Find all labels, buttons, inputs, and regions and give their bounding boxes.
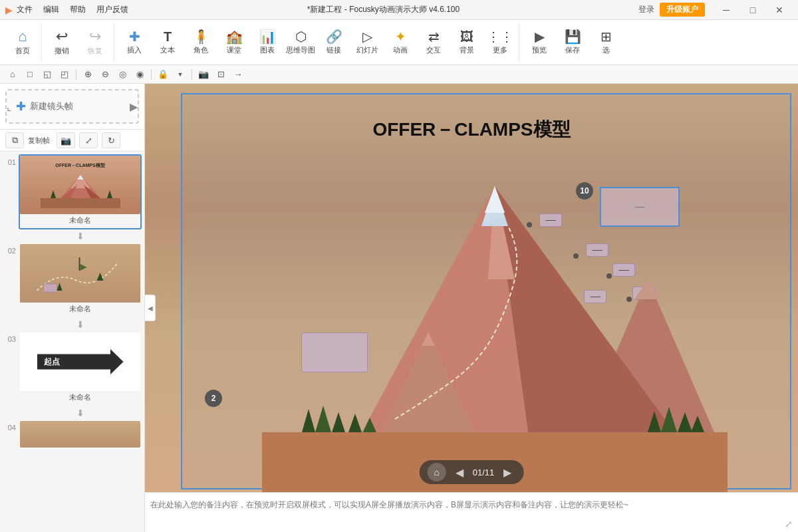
toolbar-background[interactable]: 🖼 背景 xyxy=(451,23,483,62)
upgrade-button[interactable]: 升级账户 xyxy=(660,3,705,17)
collapse-icon: ◀ xyxy=(148,305,153,312)
divider-icon-2: ⬇ xyxy=(76,319,84,330)
toolbar-insert[interactable]: ✚ 插入 xyxy=(118,23,150,62)
tb2-frame[interactable]: □ xyxy=(23,67,37,82)
toolbar-text[interactable]: T 文本 xyxy=(152,23,184,62)
canvas-background[interactable]: OFFER－CLAMPS模型 ── 10 2 ── ── ── ── ── ── xyxy=(145,84,798,492)
preview-icon: ▶ xyxy=(535,30,545,43)
toolbar-home[interactable]: ⌂ 首页 xyxy=(7,23,39,62)
slideshow-label: 幻灯片 xyxy=(356,45,378,55)
tb2-arrow[interactable]: → xyxy=(231,67,245,82)
toolbar-save[interactable]: 💾 保存 xyxy=(557,23,589,62)
svg-marker-6 xyxy=(51,190,56,198)
toolbar-mindmap[interactable]: ⬡ 思维导图 xyxy=(285,23,317,62)
nav-prev-button[interactable]: ◀ xyxy=(452,464,467,480)
tb2-zoom-fit[interactable]: ◎ xyxy=(115,67,130,82)
camera-icon: 📷 xyxy=(61,136,71,146)
slide-thumb-wrapper-3[interactable]: 起点 未命名 xyxy=(19,331,142,406)
slide-item-2[interactable]: 02 xyxy=(3,243,142,318)
screenshot-frame-button[interactable]: 📷 xyxy=(57,132,75,148)
tb2-align2[interactable]: ◰ xyxy=(57,67,72,82)
maximize-button[interactable]: □ xyxy=(739,0,766,20)
slide-thumb-1: OFFER－CLAMPS模型 xyxy=(20,156,140,214)
menu-edit[interactable]: 编辑 xyxy=(43,4,59,15)
login-button[interactable]: 登录 xyxy=(638,4,654,15)
toolbar-link[interactable]: 🔗 链接 xyxy=(318,23,350,62)
toolbar-select[interactable]: ⊞ 选 xyxy=(590,23,622,62)
tb2-zoomin[interactable]: ⊕ xyxy=(80,67,95,82)
slide-thumb-wrapper-1[interactable]: OFFER－CLAMPS模型 xyxy=(19,154,142,229)
redo-label: 恢复 xyxy=(88,46,102,56)
secondary-toolbar: ⌂ □ ◱ ◰ ⊕ ⊖ ◎ ◉ 🔒 ▼ 📷 ⊡ → xyxy=(0,65,798,84)
copy-frame-label: 复制帧 xyxy=(28,136,50,146)
slide-thumb-wrapper-2[interactable]: 未命名 xyxy=(19,243,142,318)
new-frame-button[interactable]: ⌞ ✚ 新建镜头帧 ▶ xyxy=(5,89,139,124)
svg-marker-8 xyxy=(80,264,87,271)
fullscreen-icon: ⤢ xyxy=(85,136,92,146)
slide-thumb-wrapper-4[interactable] xyxy=(19,420,142,449)
toolbar-redo[interactable]: ↪ 恢复 xyxy=(79,23,111,62)
link-label: 链接 xyxy=(327,45,341,55)
toolbar-preview[interactable]: ▶ 预览 xyxy=(523,23,555,62)
slide-item-1[interactable]: 01 OFFER－CLAMPS模型 xyxy=(3,154,142,229)
menu-help[interactable]: 帮助 xyxy=(70,4,86,15)
slide-divider-2[interactable]: ⬇ xyxy=(19,319,142,330)
toolbar-interact[interactable]: ⇄ 交互 xyxy=(418,23,450,62)
rotate-frame-button[interactable]: ↻ xyxy=(102,132,120,148)
slide-divider-3[interactable]: ⬇ xyxy=(19,408,142,418)
toolbar-undo[interactable]: ↩ 撤销 xyxy=(46,23,78,62)
tb2-screenshot[interactable]: 📷 xyxy=(196,67,211,82)
toolbar-more[interactable]: ⋮⋮ 更多 xyxy=(484,23,516,62)
slide-item-4[interactable]: 04 xyxy=(3,420,142,449)
toolbar-classroom[interactable]: 🏫 课堂 xyxy=(218,23,250,62)
tb2-align1[interactable]: ◱ xyxy=(40,67,55,82)
notes-expand-button[interactable]: ⤢ xyxy=(785,519,793,529)
slide-divider-1[interactable]: ⬇ xyxy=(19,231,142,241)
sidebar-collapse-button[interactable]: ◀ xyxy=(145,295,156,321)
tb2-zoom-100[interactable]: ◉ xyxy=(132,67,147,82)
copy-frame-button[interactable]: ⧉ xyxy=(5,132,24,148)
mountain-illustration xyxy=(262,146,728,492)
tb2-export[interactable]: ⊡ xyxy=(213,67,228,82)
toolbar-chart[interactable]: 📊 图表 xyxy=(251,23,283,62)
toolbar-insert-group: ✚ 插入 T 文本 🧍 角色 🏫 课堂 📊 图表 ⬡ 思维导图 🔗 链接 ▷ xyxy=(116,23,519,62)
notes-input[interactable] xyxy=(150,499,793,526)
svg-rect-9 xyxy=(79,257,80,271)
svg-marker-15 xyxy=(634,279,661,299)
more-label: 更多 xyxy=(493,45,507,55)
character-icon: 🧍 xyxy=(193,30,209,43)
new-frame-dropdown-icon[interactable]: ▶ xyxy=(130,100,138,113)
tb2-lock[interactable]: 🔒 xyxy=(156,67,170,82)
toolbar-animation[interactable]: ✦ 动画 xyxy=(384,23,416,62)
toolbar-character[interactable]: 🧍 角色 xyxy=(185,23,217,62)
toolbar-slideshow[interactable]: ▷ 幻灯片 xyxy=(351,23,383,62)
toolbar-preview-group: ▶ 预览 💾 保存 ⊞ 选 xyxy=(521,23,624,62)
rotate-icon: ↻ xyxy=(108,136,115,146)
minimize-button[interactable]: ─ xyxy=(713,0,739,20)
menu-feedback[interactable]: 用户反馈 xyxy=(96,4,128,15)
fullscreen-frame-button[interactable]: ⤢ xyxy=(79,132,98,148)
tb2-lock-dropdown[interactable]: ▼ xyxy=(173,67,188,82)
app-logo: ▶ xyxy=(5,5,13,15)
frame-tools: ⧉ 复制帧 📷 ⤢ ↻ xyxy=(0,130,144,152)
svg-marker-23 xyxy=(302,409,315,432)
main-toolbar: ⌂ 首页 ↩ 撤销 ↪ 恢复 ✚ 插入 T 文本 🧍 角色 🏫 课堂 xyxy=(0,20,798,65)
tb2-zoomout[interactable]: ⊖ xyxy=(98,67,112,82)
slide-num-3: 03 xyxy=(3,331,16,343)
nav-home-button[interactable]: ⌂ xyxy=(428,463,446,481)
undo-icon: ↩ xyxy=(56,29,68,44)
text-icon: T xyxy=(164,30,172,43)
insert-icon: ✚ xyxy=(129,30,140,43)
save-label: 保存 xyxy=(565,45,580,55)
slide-name-2: 未命名 xyxy=(20,303,140,317)
nav-next-button[interactable]: ▶ xyxy=(499,464,515,480)
select-label: 选 xyxy=(602,45,610,55)
background-icon: 🖼 xyxy=(460,30,473,43)
slide-item-3[interactable]: 03 起点 未命名 xyxy=(3,331,142,406)
toolbar-undo-group: ↩ 撤销 ↪ 恢复 xyxy=(43,23,114,62)
tb2-home[interactable]: ⌂ xyxy=(5,67,20,82)
menu-file[interactable]: 文件 xyxy=(17,4,33,15)
interact-icon: ⇄ xyxy=(428,30,440,43)
slide-num-4: 04 xyxy=(3,420,16,432)
close-button[interactable]: ✕ xyxy=(766,0,793,20)
